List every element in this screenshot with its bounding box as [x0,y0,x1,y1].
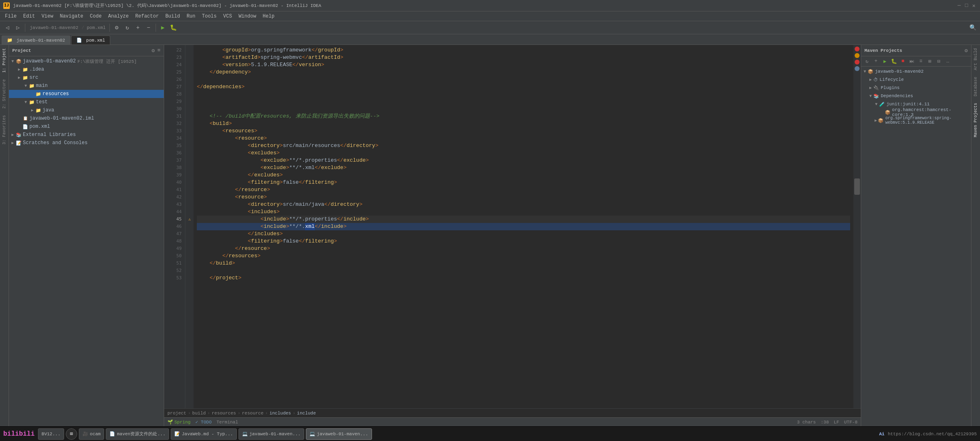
encoding-text: UTF-8 [844,420,858,425]
side-tab-maven[interactable]: Maven Projects [972,100,979,140]
maven-item-root[interactable]: ▼ 📦 javaweb-01-maven02 [861,67,971,76]
code-line-48: <filtering>false</filtering> [197,238,850,245]
menu-file[interactable]: File [2,13,20,20]
maven-add-btn[interactable]: + [872,57,880,65]
tab-project[interactable]: 📁 javaweb-01-maven02 [2,36,70,45]
maximize-button[interactable]: □ [964,3,969,9]
sync-button[interactable]: ↻ [122,23,132,33]
debug-button[interactable]: 🐛 [169,23,178,33]
gutter-39 [185,172,194,179]
maven-debug-btn[interactable]: 🐛 [890,57,898,65]
scrollbar-area[interactable] [853,45,861,408]
close-button[interactable]: ✕ [971,3,977,9]
add-button[interactable]: + [133,23,143,33]
gutter-47 [185,230,194,238]
tree-item-java[interactable]: ▶ 📁 java [9,106,164,114]
breadcrumb-project[interactable]: project [167,411,186,416]
back-button[interactable]: ◁ [2,23,12,33]
taskbar-btn-typora[interactable]: 📝 JavaWeb.md - Typ... [171,428,236,440]
forward-button[interactable]: ▷ [13,23,23,33]
code-line-27: </dependencies> [197,83,850,91]
maven-settings-btn[interactable]: ⚙ [964,47,968,54]
breadcrumb-resources[interactable]: resources [212,411,236,416]
panel-gear-button[interactable]: ⚙ [151,47,155,54]
menu-navigate[interactable]: Navigate [56,13,87,20]
menu-refactor[interactable]: Refactor [132,13,162,20]
breadcrumb-resource[interactable]: resource [242,411,263,416]
tree-item-external[interactable]: ▶ 📚 External Libraries [9,131,164,139]
maven-item-lifecycle[interactable]: ▶ ⏱ Lifecycle [861,76,971,84]
taskbar-btn-ocam[interactable]: 🎥 ocam [79,428,104,440]
ln-38: 38 [164,164,185,172]
breadcrumb-include[interactable]: include [297,411,316,416]
menu-window[interactable]: Window [235,13,259,20]
menu-tools[interactable]: Tools [199,13,220,20]
tab-pomxml[interactable]: 📄 pom.xml [71,36,110,45]
settings-button[interactable]: ⚙ [112,23,122,33]
taskbar-btn-bv[interactable]: BV12... [38,428,64,440]
maven-item-junit[interactable]: ▼ 🧪 junit:junit:4.11 [861,100,971,108]
search-everywhere-button[interactable]: 🔍 [968,23,978,33]
tree-item-src[interactable]: ▶ 📁 src [9,74,164,82]
windows-start-button[interactable]: ⊞ [66,428,77,440]
maven-item-dependencies[interactable]: ▼ 📚 Dependencies [861,92,971,100]
maven-stop-btn[interactable]: ■ [899,57,907,65]
side-tab-structure[interactable]: 2: Structure [1,76,8,112]
tree-item-root[interactable]: ▼ 📦 javaweb-01-maven02 F:\班级管理 迁开 [19525… [9,57,164,65]
run-button[interactable]: ▶ [158,23,168,33]
menu-analyze[interactable]: Analyze [105,13,132,20]
tab-file-icon: 📄 [76,38,82,43]
minimize-button[interactable]: ─ [956,3,962,9]
menu-edit[interactable]: Edit [20,13,38,20]
maven-item-plugins[interactable]: ▶ 🔌 Plugins [861,84,971,92]
panel-settings-button[interactable]: ≡ [157,47,160,53]
menu-build[interactable]: Build [162,13,183,20]
maven-toggle-btn[interactable]: ≡ [917,57,925,65]
maven-run-btn[interactable]: ▶ [881,57,889,65]
menu-vcs[interactable]: VCS [220,13,236,20]
tree-item-test[interactable]: ▼ 📁 test [9,98,164,106]
breadcrumb-build[interactable]: build [192,411,206,416]
code-editor[interactable]: 22 23 24 25 26 27 28 29 30 31 32 33 34 3… [164,45,861,408]
status-spring[interactable]: 🌱 Spring [167,419,191,425]
maven-more-btn[interactable]: … [944,57,952,65]
code-content[interactable]: <groupId>org.springframework</groupId> <… [194,45,853,408]
maven-refresh-btn[interactable]: ↻ [863,57,871,65]
tree-item-resources[interactable]: 📁 resources [9,90,164,98]
maven-expand-btn[interactable]: ⊞ [926,57,934,65]
gutter-32 [185,120,194,127]
status-encoding[interactable]: UTF-8 [844,420,858,425]
tree-item-iml[interactable]: 📋 javaweb-01-maven02.iml [9,114,164,122]
maven-item-hamcrest[interactable]: 📦 org.hamcrest:hamcrest-core:1.3 [861,108,971,116]
gutter-51 [185,260,194,267]
idea2-icon: 💻 [310,431,315,437]
status-terminal[interactable]: Terminal [216,420,238,425]
panel-title: Project [12,48,149,53]
side-tab-favorites[interactable]: 3: Favorites [1,112,8,148]
menu-run[interactable]: Run [183,13,199,20]
maven-collapse-btn[interactable]: ⊟ [935,57,943,65]
tree-item-idea[interactable]: ▶ 📁 .idea [9,65,164,74]
taskbar-btn-maven[interactable]: 📄 maven资源文件的处... [106,428,169,440]
breadcrumb-includes[interactable]: includes [270,411,291,416]
side-tab-project[interactable]: 1: Project [1,45,8,76]
code-line-52 [197,267,850,274]
side-tab-art-build[interactable]: Art Build [972,45,979,74]
maven-skip-btn[interactable]: ⏭ [908,57,916,65]
tree-item-scratches[interactable]: ▶ 📝 Scratches and Consoles [9,139,164,147]
spring-dep-icon: 📦 [878,118,884,123]
minus-button[interactable]: − [144,23,154,33]
scrollbar-thumb[interactable] [854,178,860,195]
menu-view[interactable]: View [38,13,57,20]
menu-code[interactable]: Code [87,13,105,20]
tree-item-pomxml[interactable]: 📄 pom.xml [9,122,164,131]
tree-item-main[interactable]: ▼ 📁 main [9,82,164,90]
side-tab-database[interactable]: Database [972,74,979,100]
menu-help[interactable]: Help [259,13,278,20]
status-chars: 3 chars [797,420,816,425]
status-todo[interactable]: ✓ TODO [196,419,212,425]
maven-item-spring[interactable]: ▶ 📦 org.springframework:spring-webmvc:5.… [861,116,971,125]
taskbar-btn-idea2[interactable]: 💻 javaweb-01-maven... [306,428,372,440]
csdn-link[interactable]: https://blog.csdn.net/qq_42129395 [888,432,977,437]
taskbar-btn-idea1[interactable]: 💻 javaweb-01-maven... [238,428,304,440]
